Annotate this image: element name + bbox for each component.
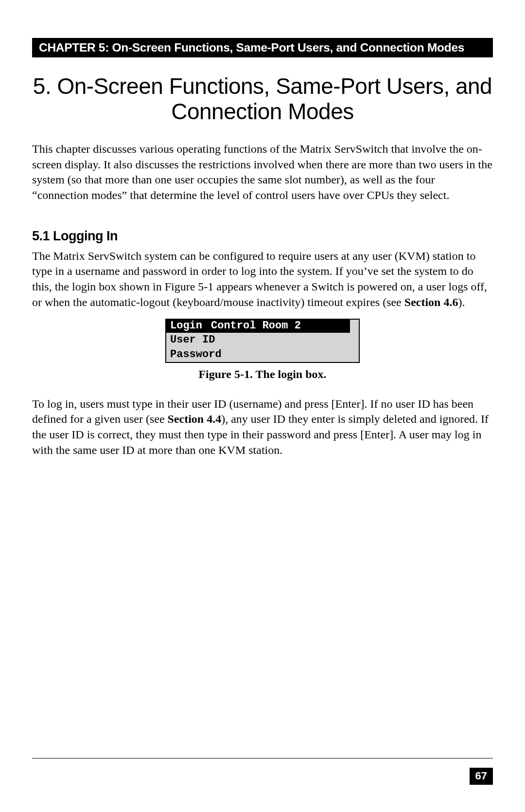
page: CHAPTER 5: On-Screen Functions, Same-Por… [0, 0, 525, 458]
login-box: Login Control Room 2 User ID Password [165, 319, 360, 362]
figure-caption-5-1: Figure 5-1. The login box. [32, 368, 493, 381]
login-row-userid: User ID [166, 333, 359, 347]
chapter-title: 5. On-Screen Functions, Same-Port Users,… [32, 74, 493, 124]
login-title-right: Control Room 2 [211, 320, 301, 332]
login-title-left: Login [170, 320, 202, 332]
section-5-1-paragraph-2: To log in, users must type in their user… [32, 397, 493, 458]
section-5-1-paragraph-1: The Matrix ServSwitch system can be conf… [32, 249, 493, 310]
login-row-password: Password [166, 347, 359, 362]
section-heading-5-1: 5.1 Logging In [32, 229, 493, 244]
section-ref-4-6: Section 4.6 [404, 296, 458, 308]
login-box-titlebar: Login Control Room 2 [166, 320, 359, 333]
login-box-figure: Login Control Room 2 User ID Password [32, 319, 493, 362]
section-ref-4-4: Section 4.4 [168, 413, 222, 425]
intro-paragraph: This chapter discusses various operating… [32, 142, 493, 203]
page-number: 67 [470, 768, 493, 785]
footer-rule [32, 758, 493, 758]
chapter-header-bar: CHAPTER 5: On-Screen Functions, Same-Por… [32, 38, 493, 57]
para-text: ). [458, 296, 465, 308]
